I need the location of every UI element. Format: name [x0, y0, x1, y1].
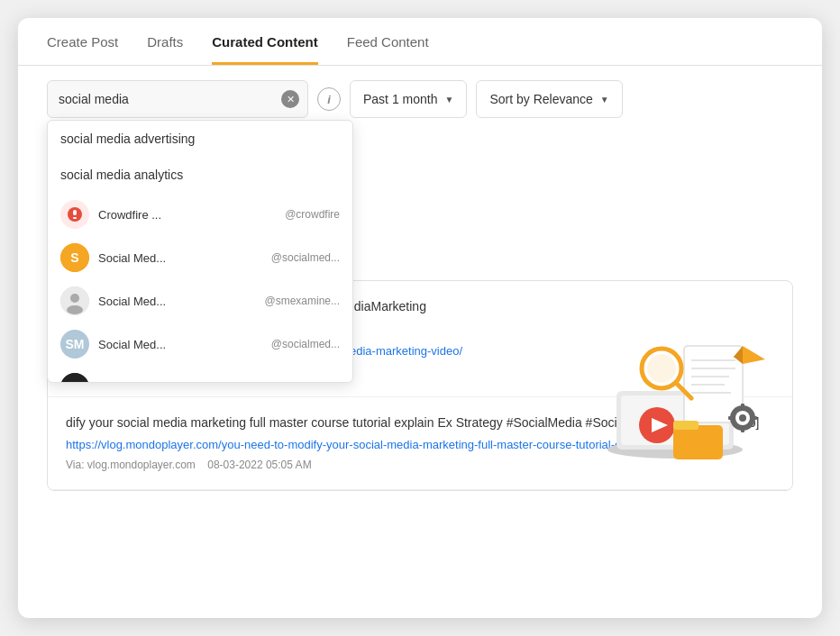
search-input[interactable] — [47, 80, 308, 118]
toolbar: ✕ social media advertising social media … — [18, 66, 822, 118]
autocomplete-dropdown: social media advertising social media an… — [47, 120, 353, 383]
sort-label: Sort by Relevance — [489, 92, 592, 106]
account-handle-3: @smexamine... — [264, 295, 340, 307]
svg-rect-29 — [728, 416, 734, 420]
account-handle-2: @socialmed... — [271, 251, 340, 264]
svg-rect-34 — [673, 421, 698, 430]
chevron-down-icon: ▼ — [445, 95, 454, 104]
sort-dropdown[interactable]: Sort by Relevance ▼ — [476, 80, 622, 118]
account-avatar-2: S — [60, 243, 89, 272]
suggestion-text-2[interactable]: social media analytics — [48, 157, 352, 193]
svg-text:SM: SM — [66, 337, 85, 351]
account-suggestion-5[interactable]: SB Statusbrew... @statusbre... — [48, 366, 352, 382]
svg-rect-2 — [73, 217, 77, 219]
account-avatar-5: SB — [60, 373, 89, 382]
tab-feed-content[interactable]: Feed Content — [347, 18, 429, 65]
autocomplete-list: social media advertising social media an… — [48, 121, 352, 382]
content-illustration — [576, 292, 774, 472]
app-window: Create Post Drafts Curated Content Feed … — [18, 18, 822, 618]
info-icon-label: i — [327, 93, 331, 106]
chevron-down-icon-sort: ▼ — [600, 95, 609, 104]
svg-rect-30 — [752, 416, 757, 420]
svg-rect-28 — [741, 427, 744, 432]
account-avatar-1 — [60, 200, 89, 229]
svg-point-22 — [647, 354, 676, 383]
content-date-2: 08-03-2022 05:05 AM — [207, 459, 311, 471]
svg-marker-35 — [743, 346, 765, 364]
svg-rect-33 — [673, 425, 723, 459]
account-avatar-4: SM — [60, 330, 89, 359]
tab-curated-content[interactable]: Curated Content — [212, 18, 318, 65]
account-handle-5: @statusbre... — [275, 381, 340, 382]
tab-drafts[interactable]: Drafts — [147, 18, 183, 65]
svg-rect-27 — [741, 404, 744, 409]
tab-bar: Create Post Drafts Curated Content Feed … — [18, 18, 822, 66]
account-suggestion-3[interactable]: Social Med... @smexamine... — [48, 279, 352, 323]
svg-rect-10 — [60, 373, 89, 382]
account-name-4: Social Med... — [98, 338, 262, 351]
time-filter-dropdown[interactable]: Past 1 month ▼ — [350, 80, 467, 118]
account-suggestion-1[interactable]: Crowdfire ... @crowdfire — [48, 193, 352, 236]
account-suggestion-4[interactable]: SM Social Med... @socialmed... — [48, 323, 352, 366]
tab-create-post[interactable]: Create Post — [47, 18, 118, 65]
svg-text:S: S — [70, 250, 78, 265]
account-name-2: Social Med... — [98, 251, 262, 265]
search-wrapper: ✕ social media advertising social media … — [47, 80, 308, 118]
svg-point-6 — [70, 294, 79, 303]
account-suggestion-2[interactable]: S Social Med... @socialmed... — [48, 236, 352, 279]
account-avatar-3 — [60, 286, 89, 315]
svg-rect-1 — [73, 210, 77, 215]
account-name-3: Social Med... — [98, 295, 255, 308]
suggestion-text-1[interactable]: social media advertising — [48, 121, 352, 157]
info-button[interactable]: i — [317, 87, 341, 111]
svg-point-26 — [739, 414, 746, 422]
time-filter-label: Past 1 month — [363, 92, 438, 106]
account-name-1: Crowdfire ... — [98, 208, 276, 222]
content-via-2: Via: vlog.mondoplayer.com — [66, 459, 196, 471]
svg-point-7 — [67, 305, 83, 314]
account-handle-1: @crowdfire — [285, 208, 340, 221]
account-handle-4: @socialmed... — [271, 338, 340, 350]
account-name-5: Statusbrew... — [98, 381, 266, 383]
clear-search-button[interactable]: ✕ — [281, 90, 299, 108]
